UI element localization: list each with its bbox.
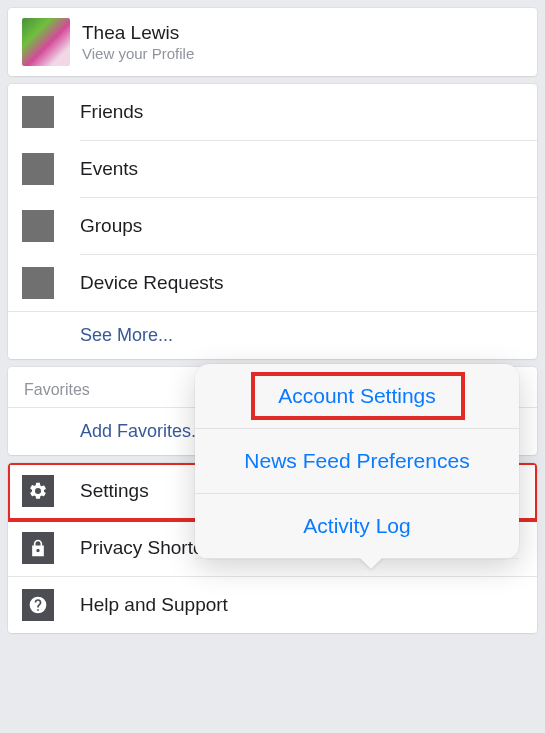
shortcut-device-requests[interactable]: Device Requests	[8, 255, 537, 311]
popover-news-feed-preferences[interactable]: News Feed Preferences	[195, 429, 519, 494]
events-icon	[22, 153, 54, 185]
popover-item-label: Activity Log	[303, 514, 410, 537]
gear-icon	[22, 475, 54, 507]
popover-tail	[359, 557, 383, 569]
see-more-link: See More...	[80, 325, 173, 346]
shortcut-groups[interactable]: Groups	[8, 198, 537, 254]
friends-icon	[22, 96, 54, 128]
help-icon	[22, 589, 54, 621]
shortcut-label: Groups	[80, 215, 142, 237]
popover-item-label: News Feed Preferences	[244, 449, 469, 472]
shortcut-events[interactable]: Events	[8, 141, 537, 197]
see-more-row[interactable]: See More...	[8, 311, 537, 359]
settings-popover: Account Settings News Feed Preferences A…	[195, 364, 519, 559]
groups-icon	[22, 210, 54, 242]
lock-icon	[22, 532, 54, 564]
shortcuts-card: Friends Events Groups Device Requests Se…	[8, 84, 537, 359]
popover-item-label: Account Settings	[278, 384, 436, 407]
popover-account-settings[interactable]: Account Settings	[195, 364, 519, 429]
device-requests-icon	[22, 267, 54, 299]
avatar	[22, 18, 70, 66]
profile-card[interactable]: Thea Lewis View your Profile	[8, 8, 537, 76]
profile-name: Thea Lewis	[82, 22, 194, 44]
shortcut-label: Friends	[80, 101, 143, 123]
shortcut-friends[interactable]: Friends	[8, 84, 537, 140]
popover-activity-log[interactable]: Activity Log	[195, 494, 519, 559]
add-favorites-link: Add Favorites...	[80, 421, 206, 442]
shortcut-label: Events	[80, 158, 138, 180]
shortcut-label: Device Requests	[80, 272, 224, 294]
profile-subtitle: View your Profile	[82, 45, 194, 62]
help-row[interactable]: Help and Support	[8, 577, 537, 633]
help-label: Help and Support	[80, 594, 523, 616]
